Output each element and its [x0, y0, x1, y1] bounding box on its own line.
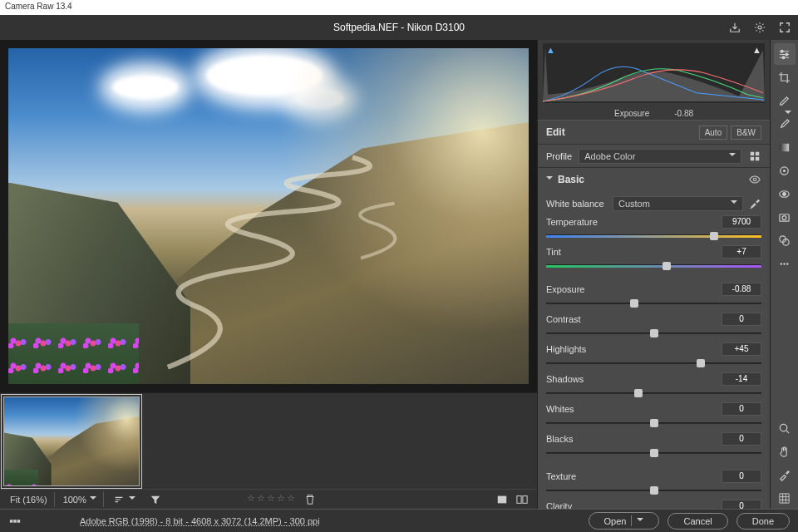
- highlights-value[interactable]: +45: [722, 342, 761, 356]
- filmstrip-toggle-icon[interactable]: [8, 515, 22, 528]
- whites-slider[interactable]: [650, 419, 658, 427]
- visibility-eye-icon[interactable]: [748, 173, 761, 186]
- svg-point-24: [780, 424, 786, 431]
- temperature-label: Temperature: [546, 217, 613, 227]
- blacks-value[interactable]: 0: [722, 432, 761, 446]
- histogram[interactable]: ▲ ▲: [543, 43, 765, 103]
- highlights-slider[interactable]: [697, 359, 705, 367]
- exposure-value[interactable]: -0.88: [722, 283, 761, 296]
- crop-tool[interactable]: [774, 66, 796, 88]
- contrast-slider[interactable]: [650, 329, 658, 337]
- settings-gear-icon[interactable]: [753, 21, 766, 34]
- filmstrip: [0, 392, 537, 489]
- app-header: Softpedia.NEF - Nikon D3100: [0, 15, 798, 40]
- svg-point-10: [786, 53, 788, 56]
- histogram-stat-value: -0.88: [674, 109, 693, 118]
- rating-stars[interactable]: ☆☆☆☆☆: [247, 493, 317, 506]
- open-button[interactable]: Open: [589, 512, 660, 530]
- temperature-value[interactable]: 9700: [722, 215, 761, 229]
- fit-zoom-button[interactable]: Fit (16%): [3, 492, 55, 507]
- highlight-clip-icon[interactable]: ▲: [752, 45, 761, 55]
- svg-rect-6: [751, 156, 754, 160]
- exposure-label: Exposure: [546, 284, 613, 294]
- svg-point-22: [783, 263, 785, 264]
- wb-label: White balance: [546, 199, 613, 209]
- chevron-down-icon[interactable]: [546, 174, 553, 185]
- svg-rect-3: [523, 495, 527, 503]
- preset-tool[interactable]: [774, 229, 796, 251]
- zoom-select[interactable]: 100%: [57, 491, 104, 507]
- filter-icon[interactable]: [149, 493, 162, 506]
- blacks-slider[interactable]: [650, 449, 658, 457]
- star-icon[interactable]: ☆: [257, 493, 265, 506]
- image-preview[interactable]: [8, 48, 529, 384]
- svg-point-18: [782, 215, 786, 219]
- svg-point-11: [782, 56, 785, 58]
- profile-label: Profile: [546, 151, 572, 161]
- star-icon[interactable]: ☆: [277, 493, 285, 506]
- linear-grad-tool[interactable]: [774, 136, 796, 158]
- texture-slider[interactable]: [650, 486, 658, 495]
- svg-point-9: [781, 50, 783, 52]
- sort-icon[interactable]: [112, 493, 126, 506]
- sampler-tool[interactable]: [774, 464, 796, 485]
- zoom-tool[interactable]: [774, 417, 796, 439]
- contrast-label: Contrast: [546, 314, 613, 324]
- profile-browser-icon[interactable]: [748, 150, 761, 163]
- single-view-icon[interactable]: [495, 493, 509, 506]
- clarity-label: Clarity: [546, 501, 613, 510]
- svg-point-0: [758, 26, 761, 29]
- histogram-collapse-icon[interactable]: [785, 108, 791, 119]
- svg-rect-2: [517, 495, 521, 503]
- svg-rect-12: [780, 143, 789, 150]
- redeye-tool[interactable]: [774, 183, 796, 204]
- os-titlebar: Camera Raw 13.4: [0, 0, 798, 15]
- edit-title: Edit: [546, 126, 565, 138]
- star-icon[interactable]: ☆: [247, 493, 255, 506]
- wb-select[interactable]: Custom: [613, 196, 743, 211]
- auto-button[interactable]: Auto: [699, 126, 728, 140]
- histogram-stat-label: Exposure: [614, 109, 649, 118]
- snapshot-tool[interactable]: [774, 206, 796, 228]
- temperature-slider[interactable]: [710, 232, 718, 240]
- shadows-slider[interactable]: [634, 389, 643, 397]
- blacks-label: Blacks: [546, 434, 613, 444]
- texture-value[interactable]: 0: [722, 470, 761, 483]
- done-button[interactable]: Done: [736, 513, 790, 530]
- basic-panel-title[interactable]: Basic: [558, 174, 584, 185]
- compare-view-icon[interactable]: [515, 493, 529, 506]
- save-icon[interactable]: [728, 21, 741, 34]
- radial-grad-tool[interactable]: [774, 160, 796, 181]
- tint-slider[interactable]: [663, 262, 671, 270]
- thumbnail[interactable]: [3, 397, 140, 486]
- whites-label: Whites: [546, 404, 613, 414]
- profile-select[interactable]: Adobe Color: [579, 149, 741, 164]
- star-icon[interactable]: ☆: [287, 493, 295, 506]
- workflow-options-link[interactable]: Adobe RGB (1998) - 8 bit - 4608 x 3072 (…: [80, 516, 320, 526]
- contrast-value[interactable]: 0: [722, 313, 761, 326]
- grid-tool[interactable]: [774, 487, 796, 509]
- hand-tool[interactable]: [774, 441, 796, 462]
- svg-rect-5: [756, 151, 759, 155]
- exposure-slider[interactable]: [630, 299, 638, 308]
- star-icon[interactable]: ☆: [267, 493, 275, 506]
- clarity-value[interactable]: 0: [722, 500, 761, 510]
- view-bar: Fit (16%) 100% ☆☆☆☆☆: [0, 489, 537, 509]
- shadows-value[interactable]: -14: [722, 372, 761, 386]
- tint-value[interactable]: +7: [722, 245, 761, 259]
- fullscreen-icon[interactable]: [778, 21, 791, 34]
- edit-sliders-tool[interactable]: [774, 43, 796, 65]
- shadows-label: Shadows: [546, 374, 613, 384]
- svg-rect-25: [10, 520, 13, 523]
- bw-button[interactable]: B&W: [731, 126, 761, 140]
- cancel-button[interactable]: Cancel: [667, 513, 727, 530]
- whites-value[interactable]: 0: [722, 402, 761, 416]
- eyedropper-icon[interactable]: [748, 197, 761, 210]
- svg-point-16: [783, 192, 786, 195]
- more-icon[interactable]: [774, 253, 796, 274]
- trash-icon[interactable]: [303, 493, 317, 506]
- shadow-clip-icon[interactable]: ▲: [546, 45, 555, 55]
- svg-rect-7: [756, 156, 759, 160]
- footer-bar: Adobe RGB (1998) - 8 bit - 4608 x 3072 (…: [0, 509, 798, 532]
- svg-rect-4: [751, 151, 754, 155]
